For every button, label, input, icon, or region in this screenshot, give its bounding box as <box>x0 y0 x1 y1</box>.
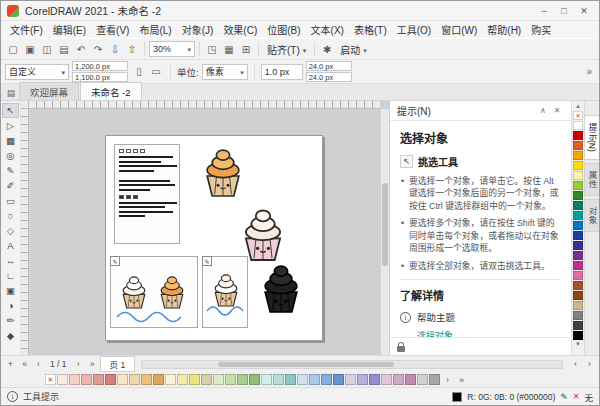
close-button[interactable]: ✕ <box>575 4 593 18</box>
document-color-swatch[interactable] <box>93 374 104 385</box>
export-icon[interactable]: ⇧ <box>124 41 140 57</box>
docker-tab[interactable]: 对象 <box>584 199 600 232</box>
palette-color-swatch[interactable] <box>573 121 583 130</box>
palette-color-swatch[interactable] <box>573 151 583 160</box>
document-color-swatch[interactable] <box>57 374 68 385</box>
select-objects-link[interactable]: 选择对象 <box>417 329 561 337</box>
freehand-tool[interactable]: ✎ <box>2 163 19 178</box>
artistic-media-tool[interactable]: ✐ <box>2 178 19 193</box>
palette-color-swatch[interactable] <box>573 301 583 310</box>
new-document-icon[interactable]: ▢ <box>5 41 21 57</box>
page-width-field[interactable]: 1,200.0 px <box>72 61 128 71</box>
document-color-swatch[interactable] <box>321 374 332 385</box>
document-color-swatch[interactable] <box>117 374 128 385</box>
menu-item[interactable]: 对象(J) <box>177 21 219 38</box>
show-rulers-icon[interactable]: ▦ <box>221 41 237 57</box>
document-color-swatch[interactable] <box>357 374 368 385</box>
rectangle-tool[interactable]: ▭ <box>2 193 19 208</box>
palette-scroll-down-icon[interactable]: ▼ <box>575 340 581 348</box>
minimize-button[interactable]: – <box>535 4 553 18</box>
overflow-chevron[interactable]: » <box>583 66 595 77</box>
cupcake-sketch-object[interactable] <box>117 271 151 311</box>
docker-pin-icon[interactable]: ∧ <box>536 104 550 118</box>
document-color-swatch[interactable] <box>141 374 152 385</box>
scroll-right-icon[interactable]: › <box>583 358 596 371</box>
last-page-button[interactable]: » <box>86 358 99 371</box>
interactive-fill-tool[interactable]: ◆ <box>2 328 19 343</box>
document-color-swatch[interactable] <box>309 374 320 385</box>
document-color-swatch[interactable] <box>69 374 80 385</box>
palette-color-swatch[interactable] <box>573 141 583 150</box>
document-color-swatch[interactable] <box>105 374 116 385</box>
document-color-swatch[interactable] <box>213 374 224 385</box>
document-color-swatch[interactable] <box>297 374 308 385</box>
cupcake-sketch-object[interactable] <box>155 271 189 311</box>
document-color-swatch[interactable] <box>369 374 380 385</box>
document-color-swatch[interactable] <box>345 374 356 385</box>
sketch-frame-a[interactable]: ✎ <box>110 256 198 328</box>
nudge-distance-field[interactable]: 1.0 px <box>261 64 303 80</box>
show-grid-icon[interactable]: ⊞ <box>238 41 254 57</box>
palette-color-swatch[interactable] <box>573 161 583 170</box>
palette-expand-icon[interactable]: » <box>455 373 468 386</box>
palette-color-swatch[interactable] <box>573 171 583 180</box>
connector-tool[interactable]: ∟ <box>2 268 19 283</box>
document-color-swatch[interactable] <box>261 374 272 385</box>
palette-color-swatch[interactable] <box>573 311 583 320</box>
document-tab[interactable]: 欢迎屏幕 <box>19 82 79 100</box>
options-gear-icon[interactable]: ✱ <box>319 41 335 57</box>
transparency-tool[interactable]: ◑ <box>2 298 19 313</box>
menu-item[interactable]: 工具(O) <box>392 21 436 38</box>
menu-item[interactable]: 位图(B) <box>262 21 305 38</box>
document-color-swatch[interactable] <box>225 374 236 385</box>
previous-page-button[interactable]: ‹ <box>32 358 45 371</box>
print-icon[interactable]: ▤ <box>56 41 72 57</box>
menu-item[interactable]: 效果(C) <box>218 21 262 38</box>
palette-color-swatch[interactable] <box>573 291 583 300</box>
cupcake-black-object[interactable] <box>256 258 306 316</box>
shadow-tool[interactable]: ▣ <box>2 283 19 298</box>
pick-tool[interactable]: ↖ <box>2 103 19 118</box>
document-page[interactable]: ✎ ✎ <box>105 135 323 341</box>
duplicate-y-field[interactable]: 24.0 px <box>306 72 352 82</box>
no-color-swatch[interactable] <box>573 111 583 120</box>
undo-icon[interactable]: ↶ <box>73 41 89 57</box>
launch-dropdown[interactable]: 启动 <box>336 42 371 57</box>
redo-icon[interactable]: ↷ <box>90 41 106 57</box>
palette-color-swatch[interactable] <box>573 211 583 220</box>
next-page-button[interactable]: › <box>72 358 85 371</box>
document-color-swatch[interactable] <box>81 374 92 385</box>
horizontal-scrollbar[interactable] <box>141 360 563 369</box>
fullscreen-preview-icon[interactable]: ◳ <box>204 41 220 57</box>
eyedropper-tool[interactable]: ✏ <box>2 313 19 328</box>
menu-item[interactable]: 购买 <box>526 21 556 38</box>
fill-color-swatch[interactable] <box>452 392 462 402</box>
zoom-level-select[interactable]: 30% <box>149 41 195 57</box>
palette-color-swatch[interactable] <box>573 201 583 210</box>
palette-color-swatch[interactable] <box>573 181 583 190</box>
polygon-tool[interactable]: ◇ <box>2 223 19 238</box>
drawing-workspace[interactable]: ✎ ✎ <box>21 101 389 355</box>
menu-item[interactable]: 表格(T) <box>349 21 392 38</box>
menu-item[interactable]: 布局(L) <box>134 21 176 38</box>
document-color-swatch[interactable] <box>189 374 200 385</box>
palette-color-swatch[interactable] <box>573 231 583 240</box>
document-color-swatch[interactable] <box>129 374 140 385</box>
palette-color-swatch[interactable] <box>573 131 583 140</box>
docker-tab[interactable]: 提示(N) <box>584 115 600 160</box>
palette-scroll-right-icon[interactable]: › <box>441 373 454 386</box>
palette-color-swatch[interactable] <box>573 271 583 280</box>
menu-item[interactable]: 编辑(E) <box>48 21 91 38</box>
menu-item[interactable]: 文本(X) <box>306 21 349 38</box>
palette-color-swatch[interactable] <box>573 321 583 330</box>
palette-color-swatch[interactable] <box>573 331 583 340</box>
docker-close-icon[interactable]: ✕ <box>550 104 564 118</box>
palette-scroll-up-icon[interactable]: ▲ <box>575 102 581 110</box>
import-icon[interactable]: ⇩ <box>107 41 123 57</box>
menu-item[interactable]: 查看(V) <box>91 21 134 38</box>
document-color-swatch[interactable] <box>405 374 416 385</box>
document-color-swatch[interactable] <box>333 374 344 385</box>
palette-color-swatch[interactable] <box>573 261 583 270</box>
palette-color-swatch[interactable] <box>573 241 583 250</box>
first-page-button[interactable]: « <box>18 358 31 371</box>
